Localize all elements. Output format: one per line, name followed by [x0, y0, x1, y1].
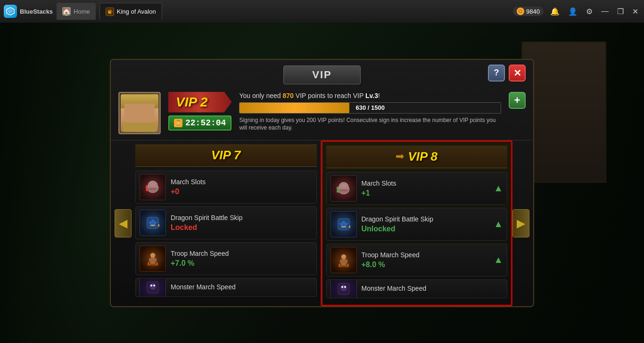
vip-col-left: VIP 7 [132, 140, 321, 306]
monster-march-info-left: Monster March Speed [171, 283, 313, 291]
dragon-spirit-icon-left [140, 210, 166, 236]
game-tab-icon: K [106, 8, 114, 16]
restore-icon[interactable]: ❐ [615, 6, 626, 17]
vip-info-section: VIP 2 ⏳ 22:52:04 You only need 870 VIP p… [111, 88, 533, 140]
vip-current-level: VIP 2 [176, 95, 207, 110]
monster-march-icon-right [330, 279, 357, 298]
march-slots-value-right: +1 [362, 189, 489, 197]
app-logo: BlueStacks [4, 5, 53, 18]
svg-point-44 [344, 286, 346, 288]
avatar [118, 92, 161, 134]
troop-march-value-left: +7.0 % [171, 259, 313, 268]
feature-row-troop-left: Troop March Speed +7.0 % [135, 242, 317, 275]
vip-level-badge: VIP 2 [168, 92, 231, 113]
dragon-spirit-info-left: Dragon Spirit Battle Skip Locked [171, 213, 313, 231]
modal-title: VIP [312, 69, 331, 81]
tab-home[interactable]: 🏠 Home [57, 3, 96, 20]
svg-point-23 [150, 285, 152, 286]
troop-march-value-right: +8.0 % [362, 261, 489, 269]
vip-progress-section: You only need 870 VIP points to reach VI… [239, 92, 501, 132]
icon-glow [331, 176, 356, 201]
vip-modal: VIP ? ✕ [110, 59, 534, 307]
feature-row-march-slots-right: March Slots +1 ▲ [326, 172, 508, 205]
icon-glow [331, 247, 356, 273]
add-icon: + [514, 94, 520, 106]
nav-arrow-right[interactable]: ▶ [512, 209, 529, 237]
coin-count: 9840 [526, 8, 540, 15]
vip-reach-text: You only need 870 VIP points to reach VI… [239, 92, 501, 99]
dragon-spirit-value-right: Unlocked [362, 225, 489, 233]
add-vip-button[interactable]: + [509, 92, 526, 109]
feature-row-march-slots-left: March Slots +0 [135, 171, 317, 204]
monster-march-name-right: Monster March Speed [362, 284, 504, 293]
troop-march-up-arrow: ▲ [494, 254, 503, 265]
coin-badge: ⬡ 9840 [513, 7, 544, 16]
troop-march-icon-left [140, 245, 166, 272]
svg-marker-1 [8, 9, 13, 14]
svg-point-24 [153, 285, 155, 286]
reach-text-mid: VIP points to reach VIP [294, 92, 365, 99]
troop-march-name-left: Troop March Speed [171, 249, 313, 258]
march-slots-icon-left [140, 174, 166, 200]
timer-value: 22:52:04 [185, 118, 226, 128]
help-button[interactable]: ? [488, 65, 505, 82]
feature-row-monster-right: Monster March Speed [326, 279, 508, 298]
march-slots-up-arrow: ▲ [494, 183, 503, 194]
notification-icon[interactable]: 🔔 [548, 6, 561, 17]
march-slots-info-left: March Slots +0 [171, 178, 313, 196]
nav-arrow-left[interactable]: ◀ [115, 209, 132, 237]
svg-point-22 [149, 283, 156, 290]
feature-row-troop-right: Troop March Speed +8.0 % ▲ [326, 244, 508, 277]
dragon-spirit-value-left: Locked [171, 223, 313, 232]
march-slots-name-left: March Slots [171, 178, 313, 186]
troop-march-icon-right [330, 247, 357, 273]
modal-title-banner: VIP [283, 65, 360, 84]
svg-point-43 [341, 286, 343, 288]
dragon-spirit-up-arrow: ▲ [494, 219, 503, 229]
dragon-spirit-name-right: Dragon Spirit Battle Skip [362, 215, 489, 223]
monster-march-icon-left [140, 278, 166, 297]
minimize-icon[interactable]: — [599, 6, 611, 16]
vip-right-header: ➡ VIP 8 [326, 146, 508, 168]
reach-text-prefix: You only need [239, 92, 282, 99]
taskbar: BlueStacks 🏠 Home K King of Avalon ⬡ 984… [0, 0, 644, 23]
tab-home-label: Home [74, 8, 90, 15]
vip-left-header: VIP 7 [135, 144, 317, 167]
timer-icon: ⏳ [174, 119, 182, 127]
help-icon: ? [494, 68, 499, 78]
icon-glow [140, 174, 165, 200]
feature-row-monster-left: Monster March Speed [135, 278, 317, 297]
feature-row-dragon-left: Dragon Spirit Battle Skip Locked [135, 206, 317, 239]
home-tab-icon: 🏠 [62, 7, 71, 16]
feature-row-dragon-right: Dragon Spirit Battle Skip Unlocked ▲ [326, 208, 508, 241]
taskbar-right: ⬡ 9840 🔔 👤 ⚙ — ❐ ✕ [513, 6, 640, 17]
reach-points: 870 [283, 92, 294, 99]
app-name-label: BlueStacks [20, 8, 53, 15]
icon-glow [140, 210, 165, 236]
vip-signin-text: Signing in today gives you 200 VIP point… [239, 116, 501, 132]
svg-text:K: K [108, 10, 112, 15]
tab-game[interactable]: K King of Avalon [99, 3, 162, 20]
coin-icon: ⬡ [517, 8, 524, 15]
profile-icon[interactable]: 👤 [566, 6, 579, 17]
close-icon[interactable]: ✕ [630, 6, 640, 17]
march-slots-info-right: March Slots +1 [362, 179, 489, 197]
monster-march-info-right: Monster March Speed [362, 284, 504, 293]
march-slots-value-left: +0 [171, 188, 313, 196]
modal-header: VIP ? ✕ [111, 60, 533, 88]
vip-right-title: VIP 8 [408, 149, 438, 164]
vip-level-section: VIP 2 ⏳ 22:52:04 [168, 92, 231, 131]
troop-march-info-right: Troop March Speed +8.0 % [362, 251, 489, 269]
game-area: VIP ? ✕ [0, 23, 644, 343]
march-slots-name-right: March Slots [362, 179, 489, 188]
settings-icon[interactable]: ⚙ [584, 6, 594, 17]
icon-glow [331, 212, 356, 237]
vip-left-title: VIP 7 [211, 148, 241, 163]
bluestacks-icon [4, 5, 17, 18]
close-button[interactable]: ✕ [509, 65, 526, 82]
timer-badge: ⏳ 22:52:04 [168, 115, 231, 131]
dragon-spirit-info-right: Dragon Spirit Battle Skip Unlocked [362, 215, 489, 233]
march-slots-icon-right [330, 175, 357, 202]
close-icon: ✕ [513, 67, 521, 79]
vip-col-right: ➡ VIP 8 [321, 140, 513, 306]
